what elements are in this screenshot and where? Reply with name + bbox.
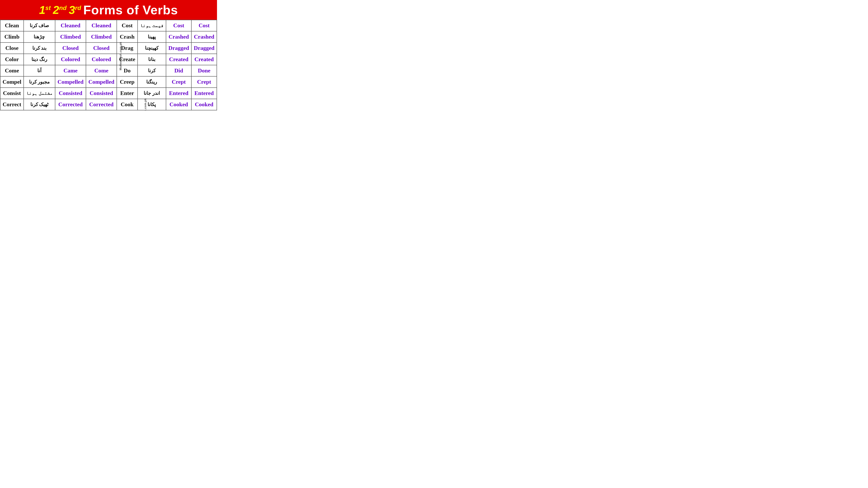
cell-r1-c7: Crashed	[191, 31, 217, 42]
page-title: Forms of Verbs	[83, 3, 178, 17]
table-row: Cleanصاف کرناCleanedCleanedCostقیمت ہونا…	[0, 20, 217, 31]
cell-r7-c0: Correct	[0, 99, 24, 110]
cell-r2-c3: Closed	[86, 42, 117, 54]
cell-r7-c1: ٹھیک کرنا	[24, 99, 55, 110]
table-row: Closeبند کرناClosedClosedDragکھینچناDrag…	[0, 42, 217, 54]
cell-r0-c7: Cost	[191, 20, 217, 31]
cell-r7-c2: Corrected	[55, 99, 86, 110]
cell-r7-c6: Cooked	[166, 99, 191, 110]
cell-r3-c7: Created	[191, 54, 217, 65]
cell-r0-c3: Cleaned	[86, 20, 117, 31]
cell-r5-c4: Creep	[117, 76, 137, 88]
table-row: ClimbچڑھناClimbedClimbedCrashپھیناCrashe…	[0, 31, 217, 42]
cell-r5-c2: Compelled	[55, 76, 86, 88]
verbs-table: Cleanصاف کرناCleanedCleanedCostقیمت ہونا…	[0, 20, 217, 110]
cell-r0-c2: Cleaned	[55, 20, 86, 31]
cell-r5-c5: رینگنا	[137, 76, 166, 88]
table-wrapper: Muftenglish.com.pk Muftenglish.com.pk Cl…	[0, 20, 217, 110]
cell-r2-c4: Drag	[117, 42, 137, 54]
cell-r0-c4: Cost	[117, 20, 137, 31]
number-2nd: 2nd	[53, 3, 67, 17]
table-row: Compelمجبور کرناCompelledCompelledCreepر…	[0, 76, 217, 88]
cell-r6-c6: Entered	[166, 88, 191, 99]
cell-r2-c6: Dragged	[166, 42, 191, 54]
cell-r5-c0: Compel	[0, 76, 24, 88]
cell-r1-c4: Crash	[117, 31, 137, 42]
cell-r3-c3: Colored	[86, 54, 117, 65]
cell-r6-c4: Enter	[117, 88, 137, 99]
cell-r5-c7: Crept	[191, 76, 217, 88]
cell-r2-c7: Dragged	[191, 42, 217, 54]
cell-r3-c2: Colored	[55, 54, 86, 65]
cell-r6-c0: Consist	[0, 88, 24, 99]
header: 1st 2nd 3rd Forms of Verbs	[0, 0, 217, 20]
cell-r0-c5: قیمت ہونا	[137, 20, 166, 31]
cell-r4-c5: کرنا	[137, 65, 166, 76]
cell-r4-c2: Came	[55, 65, 86, 76]
cell-r3-c4: Create	[117, 54, 137, 65]
cell-r4-c7: Done	[191, 65, 217, 76]
cell-r1-c3: Climbed	[86, 31, 117, 42]
cell-r5-c3: Compelled	[86, 76, 117, 88]
cell-r1-c5: پھینا	[137, 31, 166, 42]
cell-r3-c1: رنگ دینا	[24, 54, 55, 65]
cell-r7-c7: Cooked	[191, 99, 217, 110]
cell-r4-c0: Come	[0, 65, 24, 76]
cell-r3-c5: بنانا	[137, 54, 166, 65]
cell-r6-c7: Entered	[191, 88, 217, 99]
cell-r4-c3: Come	[86, 65, 117, 76]
cell-r6-c1: مشتمل ہونا	[24, 88, 55, 99]
cell-r6-c3: Consisted	[86, 88, 117, 99]
table-row: Colorرنگ دیناColoredColoredCreateبناناCr…	[0, 54, 217, 65]
cell-r7-c3: Corrected	[86, 99, 117, 110]
cell-r0-c6: Cost	[166, 20, 191, 31]
cell-r5-c6: Crept	[166, 76, 191, 88]
cell-r1-c0: Climb	[0, 31, 24, 42]
table-row: Correctٹھیک کرناCorrectedCorrectedCookپک…	[0, 99, 217, 110]
cell-r2-c1: بند کرنا	[24, 42, 55, 54]
cell-r0-c0: Clean	[0, 20, 24, 31]
cell-r7-c4: Cook	[117, 99, 137, 110]
cell-r4-c1: آنا	[24, 65, 55, 76]
number-1st: 1st	[39, 3, 51, 17]
cell-r2-c0: Close	[0, 42, 24, 54]
cell-r1-c1: چڑھنا	[24, 31, 55, 42]
cell-r6-c2: Consisted	[55, 88, 86, 99]
cell-r2-c2: Closed	[55, 42, 86, 54]
cell-r4-c6: Did	[166, 65, 191, 76]
cell-r0-c1: صاف کرنا	[24, 20, 55, 31]
cell-r2-c5: کھینچنا	[137, 42, 166, 54]
cell-r7-c5: پکانا	[137, 99, 166, 110]
cell-r3-c0: Color	[0, 54, 24, 65]
number-3rd: 3rd	[69, 3, 81, 17]
cell-r5-c1: مجبور کرنا	[24, 76, 55, 88]
table-row: Consistمشتمل ہوناConsistedConsistedEnter…	[0, 88, 217, 99]
cell-r3-c6: Created	[166, 54, 191, 65]
cell-r4-c4: Do	[117, 65, 137, 76]
cell-r1-c6: Crashed	[166, 31, 191, 42]
cell-r1-c2: Climbed	[55, 31, 86, 42]
cell-r6-c5: اندر جانا	[137, 88, 166, 99]
table-row: ComeآناCameComeDoکرناDidDone	[0, 65, 217, 76]
